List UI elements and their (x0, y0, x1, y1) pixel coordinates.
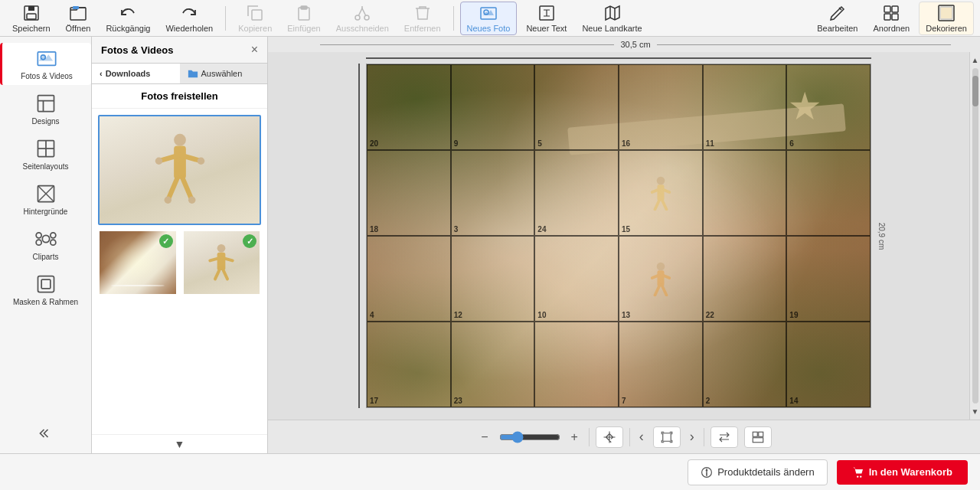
prev-page-button[interactable]: ‹ (636, 427, 647, 446)
swap-button[interactable] (710, 426, 738, 448)
scroll-track (972, 68, 978, 403)
fullscreen-button[interactable] (653, 426, 681, 448)
photo-item-3[interactable]: ✓ (182, 230, 262, 296)
redo-button[interactable]: Wiederholen (159, 2, 219, 34)
product-details-button[interactable]: Produktdetails ändern (688, 459, 827, 485)
svg-point-35 (174, 134, 186, 146)
photo-list: ✓ ✓ (92, 109, 267, 434)
sidebar-item-cliparts[interactable]: Cliparts (0, 224, 91, 266)
svg-rect-34 (41, 279, 51, 289)
panel-title: Fotos & Videos (101, 44, 173, 56)
zoom-in-button[interactable]: + (567, 429, 583, 446)
divider-5 (704, 428, 704, 446)
svg-point-45 (217, 244, 226, 253)
new-map-button[interactable]: Neue Landkarte (576, 2, 648, 34)
svg-point-28 (42, 235, 49, 242)
right-scrollbar[interactable]: ▲ ▼ (969, 52, 980, 420)
svg-point-30 (50, 233, 55, 238)
svg-rect-36 (174, 146, 186, 179)
left-sidebar: Fotos & Videos Designs Seitenlayouts H (0, 37, 92, 453)
svg-rect-46 (217, 253, 226, 270)
move-button[interactable] (596, 426, 623, 448)
scroll-up-arrow[interactable]: ▲ (972, 54, 979, 67)
svg-rect-7 (301, 6, 307, 9)
svg-line-49 (215, 270, 219, 279)
new-text-button[interactable]: Neuer Text (520, 2, 573, 34)
canvas-image[interactable]: 20 9 5 16 11 6 18 3 24 15 (366, 64, 871, 408)
panel-scroll-down[interactable]: ▼ (92, 434, 267, 453)
svg-rect-66 (753, 437, 763, 442)
decorate-button[interactable]: Dekorieren (919, 2, 974, 35)
svg-rect-14 (892, 6, 898, 12)
svg-point-29 (36, 233, 41, 238)
svg-rect-15 (884, 14, 890, 20)
svg-point-68 (706, 469, 707, 471)
save-button[interactable]: Speichern (6, 2, 57, 34)
ruler-top-line (366, 57, 871, 59)
svg-rect-64 (753, 432, 757, 436)
open-button[interactable]: Öffnen (60, 2, 97, 34)
svg-point-32 (50, 240, 55, 245)
photo-check-3: ✓ (243, 234, 256, 248)
divider-1 (225, 6, 226, 31)
panel-close-button[interactable]: × (251, 43, 258, 57)
sidebar-item-hintergruende[interactable]: Hintergründe (0, 178, 91, 220)
sidebar-collapse-button[interactable] (32, 420, 60, 447)
photo-item-1[interactable] (98, 115, 261, 225)
ruler-left-line (358, 64, 360, 408)
main-area: Fotos & Videos Designs Seitenlayouts H (0, 37, 980, 453)
divider-3 (589, 428, 590, 446)
new-photo-button[interactable]: Neues Foto (460, 2, 518, 35)
svg-rect-4 (73, 6, 79, 9)
add-to-cart-button[interactable]: In den Warenkorb (837, 460, 968, 485)
nav-back-button[interactable]: ‹ Downloads (92, 64, 180, 83)
canvas-container[interactable]: 20 9 5 16 11 6 18 3 24 15 (268, 52, 969, 420)
divider-4 (629, 428, 630, 446)
divider-2 (453, 6, 454, 31)
sidebar-item-fotos-videos[interactable]: Fotos & Videos (0, 43, 91, 85)
svg-point-41 (155, 158, 162, 165)
sidebar-item-designs[interactable]: Designs (0, 88, 91, 130)
photo-item-2[interactable]: ✓ (98, 230, 178, 296)
undo-button[interactable]: Rückgängig (100, 2, 156, 34)
photo-row-2: ✓ ✓ (98, 230, 261, 296)
toolbar-right: Bearbeiten Anordnen Dekorieren (811, 2, 974, 35)
svg-rect-5 (252, 10, 262, 20)
photos-panel: Fotos & Videos × ‹ Downloads Auswählen F… (92, 37, 268, 453)
svg-rect-65 (759, 432, 763, 436)
zoom-out-button[interactable]: − (476, 429, 492, 446)
nav-folder-button[interactable]: Auswählen (180, 64, 268, 83)
main-toolbar: Speichern Öffnen Rückgängig Wiederholen … (0, 0, 980, 37)
svg-point-31 (36, 240, 41, 245)
edit-button[interactable]: Bearbeiten (811, 2, 864, 35)
svg-point-43 (164, 197, 171, 204)
sidebar-item-seitenlayouts[interactable]: Seitenlayouts (0, 133, 91, 175)
copy-button[interactable]: Kopieren (232, 2, 278, 34)
svg-rect-1 (28, 6, 34, 11)
arrange-button[interactable]: Anordnen (867, 2, 916, 35)
svg-rect-16 (892, 14, 898, 20)
svg-rect-21 (38, 96, 54, 112)
zoom-slider[interactable] (499, 431, 560, 443)
canvas-wrapper: 20 9 5 16 11 6 18 3 24 15 (366, 64, 871, 408)
paste-button[interactable]: Einfügen (281, 2, 326, 34)
svg-point-9 (364, 15, 369, 20)
ruler-right: 20,9 cm (871, 64, 893, 408)
svg-point-44 (188, 197, 195, 204)
cut-button[interactable]: Ausschneiden (330, 2, 395, 34)
scroll-down-arrow[interactable]: ▼ (972, 405, 979, 418)
svg-rect-13 (884, 6, 890, 12)
panel-section-title: Fotos freistellen (92, 84, 267, 109)
svg-rect-63 (663, 433, 671, 441)
svg-rect-18 (940, 7, 952, 19)
layout-button[interactable] (744, 426, 772, 448)
delete-button[interactable]: Entfernen (398, 2, 447, 34)
sidebar-item-masken-rahmen[interactable]: Masken & Rahmen (0, 269, 91, 311)
next-page-button[interactable]: › (687, 427, 697, 446)
footer-bar: Produktdetails ändern In den Warenkorb (0, 453, 980, 490)
canvas-and-scroll: 20 9 5 16 11 6 18 3 24 15 (268, 52, 980, 420)
ruler-top: 30,5 cm (268, 37, 980, 52)
scroll-thumb[interactable] (972, 76, 978, 106)
svg-line-50 (224, 270, 227, 279)
panel-header: Fotos & Videos × (92, 37, 267, 64)
